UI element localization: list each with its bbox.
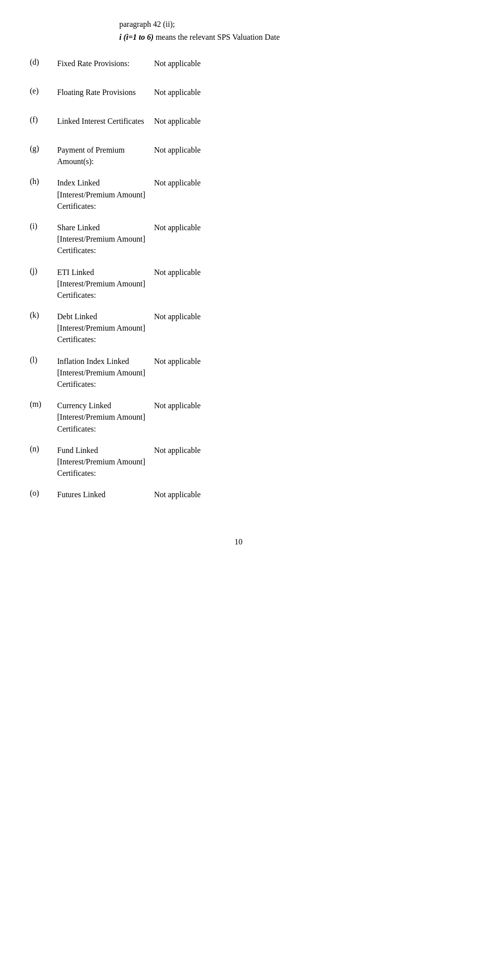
page-container: paragraph 42 (ii); i (i=1 to 6) means th… — [30, 20, 447, 546]
row-letter: (g) — [30, 143, 57, 153]
header-line1-text: paragraph 42 (ii); — [119, 20, 175, 28]
row-letter: (k) — [30, 310, 57, 320]
row-letter: (o) — [30, 488, 57, 498]
table-row: (m)Currency Linked [Interest/Premium Amo… — [30, 399, 447, 435]
row-letter: (f) — [30, 114, 57, 124]
row-label: Futures Linked — [57, 488, 154, 500]
header-bold-eq: (i=1 to 6) — [121, 33, 154, 41]
table-row: (o)Futures LinkedNot applicable — [30, 488, 447, 508]
row-label: Debt Linked [Interest/Premium Amount] Ce… — [57, 310, 154, 346]
row-label: Share Linked [Interest/Premium Amount] C… — [57, 221, 154, 257]
row-label: Inflation Index Linked [Interest/Premium… — [57, 355, 154, 390]
table-row: (n)Fund Linked [Interest/Premium Amount]… — [30, 444, 447, 479]
row-label: Index Linked [Interest/Premium Amount] C… — [57, 176, 154, 212]
table-row: (d)Fixed Rate Provisions:Not applicable — [30, 57, 447, 77]
row-label: Floating Rate Provisions — [57, 86, 154, 98]
row-value: Not applicable — [154, 143, 447, 156]
row-label: Payment of Premium Amount(s): — [57, 143, 154, 167]
page-number: 10 — [235, 537, 242, 546]
table-row: (j)ETI Linked [Interest/Premium Amount] … — [30, 266, 447, 301]
header-suffix: means the relevant SPS Valuation Date — [154, 33, 280, 41]
row-value: Not applicable — [154, 399, 447, 411]
row-value: Not applicable — [154, 176, 447, 188]
row-letter: (i) — [30, 221, 57, 231]
row-value: Not applicable — [154, 310, 447, 322]
row-value: Not applicable — [154, 114, 447, 127]
table-row: (f)Linked Interest CertificatesNot appli… — [30, 114, 447, 134]
row-value: Not applicable — [154, 221, 447, 233]
row-value: Not applicable — [154, 57, 447, 69]
row-label: Fund Linked [Interest/Premium Amount] Ce… — [57, 444, 154, 479]
row-letter: (e) — [30, 86, 57, 95]
row-label: Fixed Rate Provisions: — [57, 57, 154, 69]
row-value: Not applicable — [154, 444, 447, 456]
table-row: (k)Debt Linked [Interest/Premium Amount]… — [30, 310, 447, 346]
header-line1: paragraph 42 (ii); — [119, 20, 447, 29]
row-label: ETI Linked [Interest/Premium Amount] Cer… — [57, 266, 154, 301]
row-letter: (d) — [30, 57, 57, 67]
row-letter: (l) — [30, 355, 57, 364]
row-value: Not applicable — [154, 355, 447, 367]
row-value: Not applicable — [154, 488, 447, 500]
row-letter: (n) — [30, 444, 57, 453]
header-line2: i (i=1 to 6) means the relevant SPS Valu… — [119, 33, 447, 42]
row-letter: (h) — [30, 176, 57, 186]
table-section: (d)Fixed Rate Provisions:Not applicable(… — [30, 57, 447, 508]
footer: 10 — [30, 537, 447, 546]
row-letter: (j) — [30, 266, 57, 275]
table-row: (e)Floating Rate ProvisionsNot applicabl… — [30, 86, 447, 105]
header-section: paragraph 42 (ii); i (i=1 to 6) means th… — [30, 20, 447, 42]
row-value: Not applicable — [154, 86, 447, 98]
table-row: (g)Payment of Premium Amount(s):Not appl… — [30, 143, 447, 167]
row-letter: (m) — [30, 399, 57, 409]
row-value: Not applicable — [154, 266, 447, 278]
table-row: (i)Share Linked [Interest/Premium Amount… — [30, 221, 447, 257]
row-label: Currency Linked [Interest/Premium Amount… — [57, 399, 154, 435]
table-row: (h)Index Linked [Interest/Premium Amount… — [30, 176, 447, 212]
row-label: Linked Interest Certificates — [57, 114, 154, 127]
table-row: (l)Inflation Index Linked [Interest/Prem… — [30, 355, 447, 390]
